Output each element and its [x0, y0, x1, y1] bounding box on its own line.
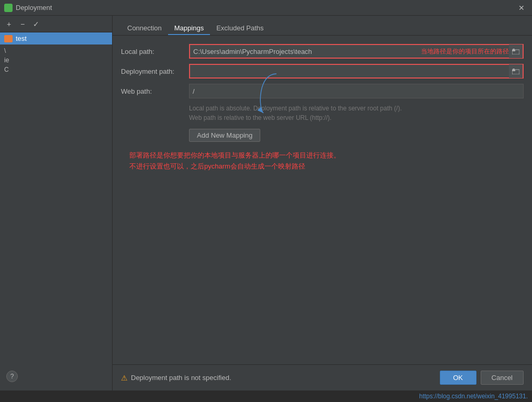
sidebar-toolbar: + − ✓ [0, 16, 112, 32]
main-content: + − ✓ test \ ie C [0, 16, 532, 390]
add-server-button[interactable]: + [3, 18, 15, 30]
helper-text-line1: Local path is absolute. Deployment path … [189, 105, 402, 112]
cancel-button[interactable]: Cancel [481, 371, 524, 385]
deployment-path-label: Deployment path: [121, 68, 189, 75]
tab-excluded-paths[interactable]: Excluded Paths [210, 21, 270, 35]
svg-rect-7 [512, 50, 515, 51]
server-icon [4, 35, 13, 42]
warning-message: Deployment path is not specified. [131, 374, 231, 382]
add-mapping-button[interactable]: Add New Mapping [189, 129, 260, 142]
deployment-path-row: Deployment path: [121, 64, 524, 79]
letter-item: \ [4, 47, 108, 55]
helper-text-line2: Web path is relative to the web server U… [189, 114, 331, 121]
url-text: https://blog.csdn.net/weixin_41995131. [419, 393, 528, 400]
chinese-note-line1: 部署路径是你想要把你的本地项目与服务器上的哪一个项目进行连接。 [129, 150, 524, 161]
dialog-footer: ⚠ Deployment path is not specified. OK C… [113, 364, 532, 390]
sidebar-letters: \ ie C [0, 44, 112, 76]
app-icon [4, 4, 13, 12]
local-path-browse-button[interactable] [509, 44, 523, 58]
web-path-input[interactable] [190, 84, 523, 98]
dialog-area: Connection Mappings Excluded Paths Local… [113, 16, 532, 390]
window-title: Deployment [16, 4, 52, 12]
title-bar: Deployment ✕ [0, 0, 532, 16]
warning-area: ⚠ Deployment path is not specified. [121, 374, 231, 382]
svg-rect-11 [513, 69, 515, 70]
svg-rect-1 [9, 5, 12, 7]
deployment-window: Deployment ✕ + − ✓ test \ [0, 0, 532, 402]
local-path-row: Local path: C:\Users\admin\PycharmProjec… [121, 44, 524, 59]
chinese-note: 部署路径是你想要把你的本地项目与服务器上的哪一个项目进行连接。 不进行设置也可以… [129, 150, 524, 172]
help-button[interactable]: ? [6, 371, 18, 382]
deployment-path-browse-button[interactable] [509, 64, 523, 78]
remove-server-button[interactable]: − [17, 18, 28, 30]
sidebar-item-test[interactable]: test [0, 32, 112, 44]
svg-rect-10 [512, 70, 515, 71]
local-path-annotation: 当地路径是你的项目所在的路径 [421, 47, 509, 56]
tab-connection[interactable]: Connection [121, 21, 168, 35]
local-path-input-wrap: C:\Users\admin\PycharmProjects\teach 当地路… [189, 44, 524, 59]
check-button[interactable]: ✓ [30, 18, 42, 30]
web-path-row: Web path: [121, 84, 524, 98]
svg-rect-8 [513, 49, 515, 50]
ok-button[interactable]: OK [440, 371, 476, 385]
svg-rect-3 [9, 8, 12, 11]
svg-rect-2 [5, 8, 8, 11]
letter-item: ie [4, 56, 108, 64]
web-path-input-wrap [189, 84, 524, 98]
svg-rect-5 [5, 39, 12, 41]
local-path-label: Local path: [121, 48, 189, 55]
chinese-note-line2: 不进行设置也可以，之后pycharm会自动生成一个映射路径 [129, 161, 524, 172]
url-bar: https://blog.csdn.net/weixin_41995131. [0, 390, 532, 402]
deployment-path-input-wrap [189, 64, 524, 79]
dialog-body: Local path: C:\Users\admin\PycharmProjec… [113, 36, 532, 364]
close-button[interactable]: ✕ [515, 3, 528, 13]
svg-rect-4 [5, 36, 12, 38]
local-path-value: C:\Users\admin\PycharmProjects\teach [190, 48, 417, 55]
sidebar: + − ✓ test \ ie C [0, 16, 113, 390]
sidebar-item-label: test [16, 35, 27, 42]
letter-item: C [4, 65, 108, 74]
tab-mappings[interactable]: Mappings [168, 21, 210, 35]
deployment-path-input[interactable] [190, 65, 509, 77]
helper-text: Local path is absolute. Deployment path … [189, 104, 524, 122]
warning-icon: ⚠ [121, 374, 128, 382]
title-bar-left: Deployment [4, 4, 52, 12]
svg-rect-0 [5, 5, 8, 7]
web-path-label: Web path: [121, 87, 189, 95]
tabs-bar: Connection Mappings Excluded Paths [113, 16, 532, 36]
footer-buttons: OK Cancel [440, 371, 524, 385]
